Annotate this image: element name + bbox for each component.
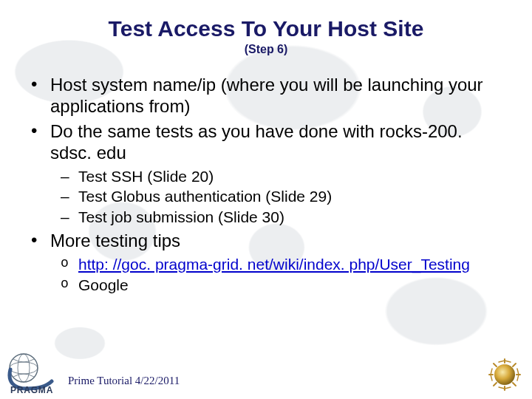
svg-line-20 xyxy=(491,375,492,381)
sun-logo-icon xyxy=(488,358,522,392)
sub-tip-google: Google xyxy=(61,275,507,295)
svg-line-19 xyxy=(491,369,492,375)
bullet-list: Host system name/ip (where you will be l… xyxy=(25,74,507,295)
bullet-same-tests-text: Do the same tests as you have done with … xyxy=(50,121,463,163)
svg-point-0 xyxy=(10,354,38,382)
bullet-more-tips-text: More testing tips xyxy=(50,231,180,250)
svg-point-1 xyxy=(10,362,38,374)
svg-line-16 xyxy=(517,375,519,381)
sub-list-tips: http: //goc. pragma-grid. net/wiki/index… xyxy=(50,254,507,295)
bullet-same-tests: Do the same tests as you have done with … xyxy=(30,120,507,227)
svg-line-11 xyxy=(513,364,516,366)
sub-list-tests: Test SSH (Slide 20) Test Globus authenti… xyxy=(50,166,507,227)
svg-point-4 xyxy=(494,364,515,385)
sub-test-job: Test job submission (Slide 30) xyxy=(61,207,507,227)
bullet-host-system: Host system name/ip (where you will be l… xyxy=(30,74,507,117)
svg-line-17 xyxy=(499,387,505,389)
sub-test-ssh: Test SSH (Slide 20) xyxy=(61,166,507,186)
svg-line-12 xyxy=(494,383,497,386)
svg-line-14 xyxy=(505,361,511,362)
sub-test-globus: Test Globus authentication (Slide 29) xyxy=(61,186,507,206)
svg-line-10 xyxy=(513,383,516,386)
slide-body: Test Access To Your Host Site (Step 6) H… xyxy=(0,0,532,399)
svg-line-18 xyxy=(505,387,511,389)
bullet-more-tips: More testing tips http: //goc. pragma-gr… xyxy=(30,230,507,295)
user-testing-link[interactable]: http: //goc. pragma-grid. net/wiki/index… xyxy=(78,256,470,273)
svg-point-2 xyxy=(18,354,30,382)
pragma-logo: PRAGMA xyxy=(6,352,64,395)
slide-title: Test Access To Your Host Site xyxy=(25,16,507,41)
svg-line-9 xyxy=(494,364,497,366)
sub-tip-link: http: //goc. pragma-grid. net/wiki/index… xyxy=(61,254,507,274)
svg-line-15 xyxy=(517,369,519,375)
svg-line-13 xyxy=(499,361,505,362)
footer-text: Prime Tutorial 4/22/2011 xyxy=(68,375,180,387)
svg-text:PRAGMA: PRAGMA xyxy=(10,385,53,395)
slide-subtitle: (Step 6) xyxy=(25,43,507,56)
